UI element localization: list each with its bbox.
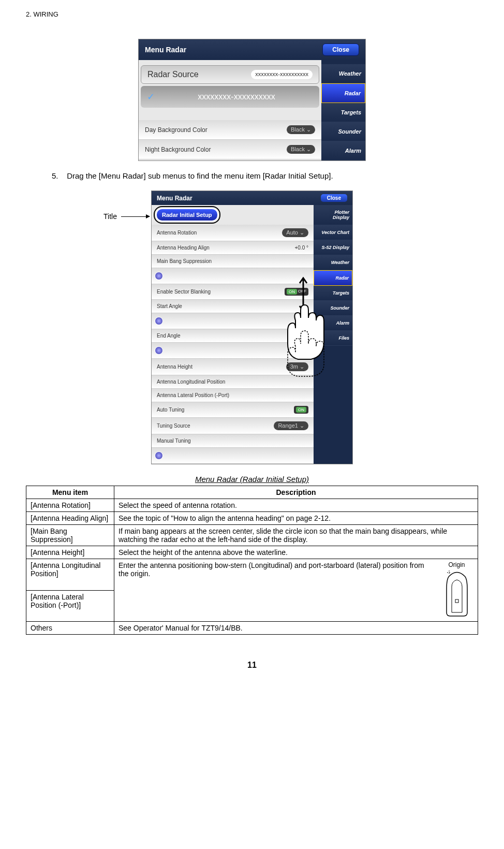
night-bg-row[interactable]: Night Background Color Black ⌄ [139, 140, 321, 159]
tab-targets[interactable]: Targets [321, 103, 365, 122]
night-bg-value: Black ⌄ [287, 145, 315, 154]
tab-alarm[interactable]: Alarm [321, 141, 365, 160]
table-row: [Antenna Longitudinal Position] Enter th… [26, 559, 478, 591]
cell-item: [Main Bang Suppression] [26, 525, 114, 546]
tab-sounder[interactable]: Sounder [321, 122, 365, 141]
close-button-2[interactable]: Close [321, 194, 347, 202]
slider-knob-icon [155, 346, 163, 355]
tab-plotter[interactable]: Plotter Display [314, 205, 352, 225]
heading-align-value: +0.0 ° [294, 245, 308, 251]
sector-blank-label: Enable Sector Blanking [157, 289, 211, 295]
tuning-source-row[interactable]: Tuning Source Range1 ⌄ [152, 418, 314, 434]
cell-item: [Antenna Height] [26, 546, 114, 559]
main-bang-row[interactable]: Main Bang Suppression [152, 255, 314, 268]
manual-tuning-slider[interactable] [152, 448, 314, 464]
auto-tuning-label: Auto Tuning [157, 407, 184, 413]
panel2-title-bar: Menu Radar Close [152, 191, 352, 205]
manual-tuning-row[interactable]: Manual Tuning [152, 434, 314, 448]
cell-item: [Antenna Lateral Position (-Port)] [26, 590, 114, 622]
day-bg-label: Day Background Color [145, 126, 207, 134]
section-header: 2. WIRING [26, 10, 478, 18]
slider-knob-icon [155, 451, 163, 460]
day-bg-row[interactable]: Day Background Color Black ⌄ [139, 120, 321, 140]
table-row: [Antenna Rotation] Select the speed of a… [26, 499, 478, 512]
checked-value: xxxxxxxx-xxxxxxxxxx [160, 92, 313, 101]
cell-desc: Select the height of the antenna above t… [114, 546, 478, 559]
table-row: Others See Operator' Manual for TZT9/14/… [26, 622, 478, 635]
boat-icon [444, 568, 470, 618]
menu-panel-2: Menu Radar Close Radar Initial Setup Ant… [151, 191, 353, 464]
cell-item: [Antenna Longitudinal Position] [26, 559, 114, 591]
table-row: [Antenna Heading Align] See the topic of… [26, 512, 478, 525]
tab-weather[interactable]: Weather [321, 64, 365, 83]
antenna-height-label: Antenna Height [157, 364, 192, 370]
end-angle-label: End Angle [157, 333, 181, 339]
close-button[interactable]: Close [322, 43, 359, 56]
long-pos-label: Antenna Longitudinal Position [157, 379, 225, 385]
arrow-icon [121, 216, 150, 217]
tuning-source-value: Range1 ⌄ [274, 421, 308, 430]
cell-item: Others [26, 622, 114, 635]
step-5-num: 5. [52, 171, 65, 180]
panel1-title-bar: Menu Radar Close [139, 39, 365, 60]
cell-desc: If main bang appears at the screen cente… [114, 525, 478, 546]
radar-initial-setup-title: Radar Initial Setup [156, 208, 218, 222]
step-5: 5. Drag the [Menu Radar] sub menus to fi… [52, 171, 468, 180]
lat-pos-label: Antenna Lateral Position (-Port) [157, 392, 229, 398]
table-row: [Main Bang Suppression] If main bang app… [26, 525, 478, 546]
origin-label: Origin [440, 561, 473, 568]
main-bang-label: Main Bang Suppression [157, 258, 212, 264]
manual-tuning-label: Manual Tuning [157, 438, 191, 444]
hand-drag-icon [270, 274, 337, 377]
cell-desc: Select the speed of antenna rotation. [114, 499, 478, 512]
antenna-rotation-value: Auto ⌄ [282, 228, 308, 237]
cell-desc: See Operator' Manual for TZT9/14/BB. [114, 622, 478, 635]
antenna-rotation-label: Antenna Rotation [157, 230, 197, 236]
cell-desc: See the topic of "How to align the anten… [114, 512, 478, 525]
radar-source-row[interactable]: Radar Source xxxxxxxx-xxxxxxxxxx [141, 65, 319, 84]
cell-item: [Antenna Rotation] [26, 499, 114, 512]
heading-align-label: Antenna Heading Align [157, 245, 210, 251]
panel1-title: Menu Radar [145, 46, 186, 54]
side-tabs-1: Weather Radar Targets Sounder Alarm [321, 60, 365, 160]
table-caption: Menu Radar (Radar Initial Setup) [26, 475, 478, 484]
table-row: [Antenna Height] Select the height of th… [26, 546, 478, 559]
on-toggle[interactable]: ON [294, 406, 308, 414]
th-description: Description [114, 486, 478, 499]
tab-vector[interactable]: Vector Chart [314, 225, 352, 240]
figure2: Title Menu Radar Close Radar Initial Set… [26, 191, 478, 464]
lat-pos-row[interactable]: Antenna Lateral Position (-Port) [152, 389, 314, 402]
tab-weather2[interactable]: Weather [314, 255, 352, 270]
step-5-text: Drag the [Menu Radar] sub menus to find … [67, 171, 333, 180]
slider-knob-icon [155, 317, 163, 325]
combined-desc-text: Enter the antenna positioning bow-stern … [118, 561, 435, 578]
page-number: 11 [26, 661, 478, 670]
check-icon: ✓ [147, 91, 155, 103]
menu-description-table: Menu item Description [Antenna Rotation]… [26, 486, 478, 635]
day-bg-value: Black ⌄ [287, 125, 315, 134]
origin-diagram: Origin [440, 561, 473, 619]
tab-s52[interactable]: S-52 Display [314, 240, 352, 255]
tab-radar[interactable]: Radar [321, 83, 365, 103]
menu-panel-1: Menu Radar Close Radar Source xxxxxxxx-x… [138, 39, 366, 161]
radar-source-value: xxxxxxxx-xxxxxxxxxx [251, 70, 313, 79]
cell-desc-combined: Enter the antenna positioning bow-stern … [114, 559, 478, 622]
night-bg-label: Night Background Color [145, 146, 211, 153]
cell-item: [Antenna Heading Align] [26, 512, 114, 525]
panel2-title: Menu Radar [157, 195, 192, 202]
checked-row[interactable]: ✓ xxxxxxxx-xxxxxxxxxx [141, 86, 319, 108]
title-pointer: Title [103, 212, 150, 221]
tuning-source-label: Tuning Source [157, 423, 190, 429]
start-angle-label: Start Angle [157, 303, 182, 309]
heading-align-row[interactable]: Antenna Heading Align +0.0 ° [152, 241, 314, 255]
title-label: Title [103, 212, 117, 221]
antenna-rotation-row[interactable]: Antenna Rotation Auto ⌄ [152, 225, 314, 241]
radar-source-label: Radar Source [147, 70, 199, 79]
auto-tuning-row[interactable]: Auto Tuning ON [152, 402, 314, 418]
slider-knob-icon [155, 272, 163, 280]
th-menu-item: Menu item [26, 486, 114, 499]
figure1: Menu Radar Close Radar Source xxxxxxxx-x… [26, 39, 478, 161]
